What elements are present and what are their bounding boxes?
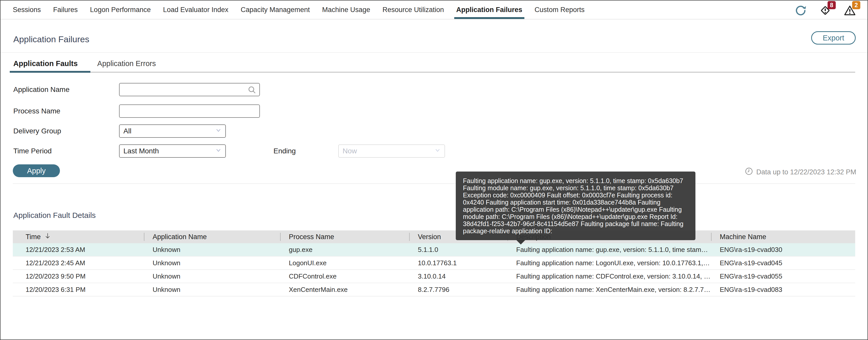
process-name-label: Process Name [13, 107, 60, 115]
chevron-down-icon [215, 126, 222, 136]
subtab-application-faults[interactable]: Application Faults [13, 55, 78, 72]
cell-machine-name: ENG\ra-s19-cvad083 [720, 286, 782, 293]
process-name-input[interactable] [119, 104, 260, 118]
cell-version: 5.1.1.0 [418, 246, 438, 254]
cell-process-name: XenCenterMain.exe [289, 286, 348, 293]
cell-time: 12/21/2023 2:45 AM [26, 259, 85, 267]
application-failures-page: Sessions Failures Logon Performance Load… [0, 0, 868, 340]
column-header-time[interactable]: Time [13, 230, 144, 243]
top-nav: Sessions Failures Logon Performance Load… [1, 1, 867, 20]
clock-icon [745, 167, 753, 178]
table-header-row: Time Application Name Process Name Versi… [13, 230, 855, 243]
cell-version: 3.10.0.14 [418, 272, 445, 280]
header-divider [1, 52, 867, 53]
cell-process-name: LogonUI.exe [289, 259, 327, 267]
tab-custom-reports[interactable]: Custom Reports [535, 1, 585, 19]
section-divider [13, 183, 855, 184]
chevron-down-icon [215, 147, 222, 156]
warnings-icon[interactable]: 2 [843, 4, 857, 18]
table-row[interactable]: 12/20/2023 9:50 PM Unknown CDFControl.ex… [13, 270, 855, 283]
export-button[interactable]: Export [811, 31, 856, 44]
cell-time: 12/21/2023 2:53 AM [26, 246, 85, 254]
application-name-input[interactable] [119, 83, 260, 96]
description-tooltip-text: Faulting application name: gup.exe, vers… [463, 177, 683, 235]
cell-machine-name: ENG\ra-s19-cvad055 [720, 272, 782, 280]
table-row[interactable]: 12/20/2023 6:31 PM Unknown XenCenterMain… [13, 283, 855, 297]
column-header-application-name[interactable]: Application Name [144, 230, 280, 243]
sub-tab-bar: Application Faults Application Errors [13, 55, 855, 73]
section-title: Application Fault Details [13, 211, 96, 220]
tab-machine-usage[interactable]: Machine Usage [322, 1, 370, 19]
tab-resource-utilization[interactable]: Resource Utilization [382, 1, 444, 19]
cell-application-name: Unknown [153, 246, 180, 254]
cell-description: Faulting application name: XenCenterMain… [516, 286, 711, 293]
ending-select[interactable]: Now [338, 145, 445, 158]
time-period-label: Time Period [13, 147, 52, 155]
cell-time: 12/20/2023 9:50 PM [26, 272, 86, 280]
column-header-process-name[interactable]: Process Name [280, 230, 409, 243]
ending-value: Now [343, 147, 357, 155]
delivery-group-select[interactable]: All [119, 124, 226, 138]
cell-time: 12/20/2023 6:31 PM [26, 286, 86, 293]
critical-alerts-badge: 8 [828, 1, 836, 9]
cell-application-name: Unknown [153, 286, 180, 293]
warnings-badge: 2 [852, 1, 860, 9]
tab-capacity-management[interactable]: Capacity Management [241, 1, 310, 19]
application-fault-details-table: Time Application Name Process Name Versi… [13, 230, 855, 297]
time-period-value: Last Month [123, 147, 159, 155]
tab-logon-performance[interactable]: Logon Performance [90, 1, 151, 19]
refresh-icon[interactable] [794, 4, 808, 18]
tab-failures[interactable]: Failures [53, 1, 78, 19]
cell-application-name: Unknown [153, 259, 180, 267]
data-up-to-status: Data up to 12/22/2023 12:32 PM [745, 167, 856, 178]
data-up-to-text: Data up to 12/22/2023 12:32 PM [756, 168, 856, 176]
tab-sessions[interactable]: Sessions [13, 1, 41, 19]
tab-application-failures[interactable]: Application Failures [456, 1, 522, 19]
cell-description: Faulting application name: CDFControl.ex… [516, 272, 711, 280]
ending-label: Ending [274, 147, 296, 155]
column-header-machine-name[interactable]: Machine Name [711, 230, 855, 243]
cell-machine-name: ENG\ra-s19-cvad030 [720, 246, 782, 254]
cell-version: 10.0.17763.1 [418, 259, 457, 267]
cell-description: Faulting application name: LogonUI.exe, … [516, 259, 711, 267]
page-title: Application Failures [13, 34, 89, 44]
cell-description: Faulting application name: gup.exe, vers… [516, 246, 711, 254]
cell-process-name: CDFControl.exe [289, 272, 336, 280]
subtab-application-errors[interactable]: Application Errors [97, 55, 156, 72]
application-name-label: Application Name [13, 86, 69, 94]
apply-button[interactable]: Apply [13, 164, 60, 177]
table-row[interactable]: 12/21/2023 2:53 AM Unknown gup.exe 5.1.1… [13, 243, 855, 256]
description-tooltip: Faulting application name: gup.exe, vers… [456, 172, 695, 240]
cell-process-name: gup.exe [289, 246, 313, 254]
tab-load-evaluator-index[interactable]: Load Evaluator Index [163, 1, 228, 19]
nav-icon-group: 8 2 [794, 4, 857, 18]
cell-machine-name: ENG\ra-s19-cvad045 [720, 259, 782, 267]
cell-application-name: Unknown [153, 272, 180, 280]
critical-alerts-icon[interactable]: 8 [818, 4, 832, 18]
chevron-down-icon [434, 147, 441, 156]
delivery-group-label: Delivery Group [13, 127, 61, 135]
cell-version: 8.2.7.7796 [418, 286, 450, 293]
delivery-group-value: All [123, 127, 131, 135]
sort-descending-icon [44, 232, 51, 242]
time-period-select[interactable]: Last Month [119, 145, 226, 158]
table-row[interactable]: 12/21/2023 2:45 AM Unknown LogonUI.exe 1… [13, 256, 855, 270]
